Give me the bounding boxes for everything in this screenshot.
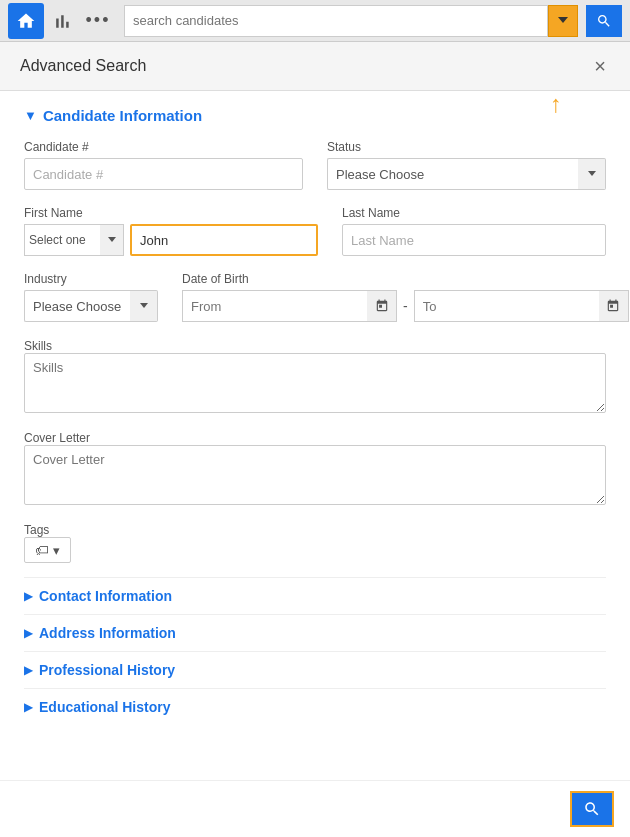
- contact-info-arrow: ▶: [24, 589, 33, 603]
- industry-label: Industry: [24, 272, 158, 286]
- panel-header: Advanced Search ×: [0, 42, 630, 91]
- home-icon: [16, 11, 36, 31]
- cover-letter-group: Cover Letter: [24, 430, 606, 508]
- more-nav-button[interactable]: •••: [80, 3, 116, 39]
- candidate-num-group: Candidate #: [24, 140, 303, 190]
- status-select-wrapper: Please Choose: [327, 158, 606, 190]
- candidate-section-title: Candidate Information: [43, 107, 202, 124]
- bottom-bar: [0, 780, 630, 837]
- dob-group: Date of Birth -: [182, 272, 629, 322]
- last-name-label: Last Name: [342, 206, 606, 220]
- cover-letter-textarea[interactable]: [24, 445, 606, 505]
- candidate-section-header[interactable]: ▼ Candidate Information: [24, 107, 606, 124]
- panel-body: ▼ Candidate Information Candidate # Stat…: [0, 91, 630, 801]
- home-nav-button[interactable]: [8, 3, 44, 39]
- industry-group: Industry Please Choose: [24, 272, 158, 322]
- status-group: Status Please Choose: [327, 140, 606, 190]
- professional-history-section: ▶ Professional History: [24, 651, 606, 688]
- cover-letter-label: Cover Letter: [24, 431, 90, 445]
- candidate-status-row: Candidate # Status Please Choose: [24, 140, 606, 190]
- panel-title: Advanced Search: [20, 57, 146, 75]
- search-icon: [596, 13, 612, 29]
- bottom-search-button[interactable]: [570, 791, 614, 827]
- address-info-arrow: ▶: [24, 626, 33, 640]
- first-name-group: First Name Select one: [24, 206, 318, 256]
- educational-history-title: Educational History: [39, 699, 170, 715]
- professional-history-title: Professional History: [39, 662, 175, 678]
- first-name-input[interactable]: [130, 224, 318, 256]
- dob-from-wrapper: [182, 290, 397, 322]
- skills-textarea[interactable]: [24, 353, 606, 413]
- bottom-search-icon: [583, 800, 601, 818]
- dob-row: -: [182, 290, 629, 322]
- industry-dob-row: Industry Please Choose Date of Birth: [24, 272, 606, 322]
- candidate-num-label: Candidate #: [24, 140, 303, 154]
- tag-icon: 🏷: [35, 542, 49, 558]
- industry-select-wrapper: Please Choose: [24, 290, 158, 322]
- educational-history-header[interactable]: ▶ Educational History: [24, 699, 606, 715]
- last-name-input[interactable]: [342, 224, 606, 256]
- name-row: First Name Select one Last Name: [24, 206, 606, 256]
- dob-from-calendar-button[interactable]: [367, 290, 397, 322]
- dob-to-wrapper: [414, 290, 629, 322]
- professional-history-arrow: ▶: [24, 663, 33, 677]
- educational-history-section: ▶ Educational History: [24, 688, 606, 725]
- search-bar-container: [124, 5, 578, 37]
- contact-info-header[interactable]: ▶ Contact Information: [24, 588, 606, 604]
- analytics-nav-button[interactable]: [44, 3, 80, 39]
- first-name-input-row: Select one: [24, 224, 318, 256]
- educational-history-arrow: ▶: [24, 700, 33, 714]
- name-prefix-select-wrapper: Select one: [24, 224, 124, 256]
- industry-dropdown-arrow[interactable]: [130, 290, 158, 322]
- name-prefix-arrow[interactable]: [100, 224, 124, 256]
- dob-to-calendar-button[interactable]: [599, 290, 629, 322]
- dob-to-input[interactable]: [414, 290, 599, 322]
- tags-button[interactable]: 🏷 ▾: [24, 537, 71, 563]
- last-name-group: Last Name: [342, 206, 606, 256]
- contact-info-title: Contact Information: [39, 588, 172, 604]
- tags-dropdown-arrow: ▾: [53, 543, 60, 558]
- search-submit-button[interactable]: [586, 5, 622, 37]
- candidate-section-toggle: ▼: [24, 108, 37, 123]
- bar-chart-icon: [52, 11, 72, 31]
- address-info-header[interactable]: ▶ Address Information: [24, 625, 606, 641]
- navbar: •••: [0, 0, 630, 42]
- industry-select[interactable]: Please Choose: [24, 290, 130, 322]
- skills-group: Skills: [24, 338, 606, 416]
- advanced-search-panel: Advanced Search × ▼ Candidate Informatio…: [0, 42, 630, 837]
- search-dropdown-arrow-button[interactable]: [548, 5, 578, 37]
- name-prefix-select[interactable]: Select one: [24, 224, 100, 256]
- status-select[interactable]: Please Choose: [327, 158, 578, 190]
- candidate-num-input[interactable]: [24, 158, 303, 190]
- status-dropdown-arrow[interactable]: [578, 158, 606, 190]
- search-candidates-input[interactable]: [124, 5, 548, 37]
- professional-history-header[interactable]: ▶ Professional History: [24, 662, 606, 678]
- tags-label: Tags: [24, 523, 49, 537]
- dob-label: Date of Birth: [182, 272, 629, 286]
- dob-separator: -: [403, 298, 408, 314]
- address-info-section: ▶ Address Information: [24, 614, 606, 651]
- calendar-icon-2: [606, 299, 620, 313]
- tags-group: Tags 🏷 ▾: [24, 522, 606, 563]
- calendar-icon: [375, 299, 389, 313]
- address-info-title: Address Information: [39, 625, 176, 641]
- status-label: Status: [327, 140, 606, 154]
- close-button[interactable]: ×: [590, 56, 610, 76]
- first-name-label: First Name: [24, 206, 318, 220]
- skills-label: Skills: [24, 339, 52, 353]
- dob-from-input[interactable]: [182, 290, 367, 322]
- dots-icon: •••: [86, 10, 111, 31]
- contact-info-section: ▶ Contact Information: [24, 577, 606, 614]
